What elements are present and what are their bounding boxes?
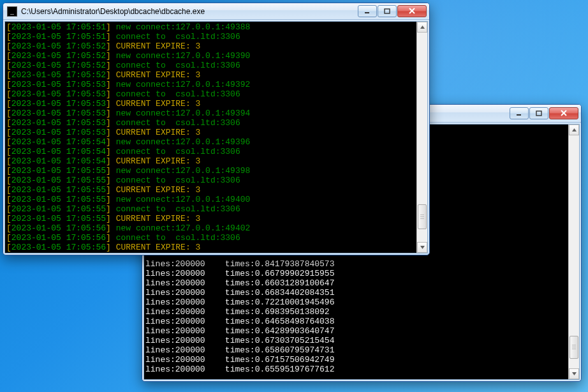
log-line: [	[6, 61, 11, 70]
chevron-up-icon	[420, 24, 425, 30]
client-area: [2023-01-05 17:05:51] new connect:127.0.…	[4, 21, 428, 253]
log-line: [	[6, 156, 11, 166]
minimize-icon	[364, 8, 371, 15]
scroll-down-button[interactable]	[417, 242, 427, 253]
close-icon	[409, 8, 416, 15]
log-line: [	[6, 70, 11, 80]
scroll-up-button[interactable]	[569, 124, 579, 135]
bench-line: lines:200000 times:0.65860795974731	[145, 345, 334, 355]
log-line: [	[6, 147, 11, 156]
scroll-up-button[interactable]	[417, 22, 427, 33]
log-line: [	[6, 128, 11, 137]
svg-marker-11	[420, 246, 425, 249]
log-line: [	[6, 233, 11, 243]
svg-rect-7	[385, 9, 390, 13]
log-line: [	[6, 195, 11, 204]
log-line: [	[6, 41, 11, 51]
bench-line: lines:200000 times:0.66799902915955	[145, 269, 334, 278]
scroll-thumb[interactable]	[418, 204, 427, 229]
svg-marker-4	[572, 128, 577, 132]
log-line: [	[6, 185, 11, 195]
log-line: [	[6, 214, 11, 223]
console-window-front[interactable]: _ C:\Users\Administrator\Desktop\dbcache…	[3, 3, 430, 255]
window-title: C:\Users\Administrator\Desktop\dbcache\d…	[21, 7, 358, 16]
minimize-button[interactable]	[358, 5, 377, 17]
scroll-track[interactable]	[569, 135, 579, 368]
window-controls	[358, 5, 427, 17]
vertical-scrollbar[interactable]	[416, 22, 427, 253]
minimize-button[interactable]	[510, 107, 529, 119]
log-line: [	[6, 118, 11, 128]
log-line: [	[6, 137, 11, 147]
log-line: [	[6, 80, 11, 89]
chevron-up-icon	[571, 127, 577, 133]
log-line: [	[6, 51, 11, 61]
log-line: [	[6, 166, 11, 176]
bench-line: lines:200000 times:0.67157506942749	[145, 355, 334, 365]
bench-line: lines:200000 times:0.66834402084351	[145, 288, 334, 298]
chevron-down-icon	[571, 371, 577, 377]
close-button[interactable]	[397, 5, 427, 17]
scroll-thumb[interactable]	[570, 336, 578, 359]
titlebar[interactable]: _ C:\Users\Administrator\Desktop\dbcache…	[3, 3, 429, 20]
bench-line: lines:200000 times:0.66031289100647	[145, 278, 334, 288]
log-line: [	[6, 204, 11, 214]
vertical-scrollbar[interactable]	[568, 124, 579, 379]
maximize-icon	[536, 110, 542, 117]
log-line: [	[6, 99, 11, 109]
log-line: [	[6, 243, 11, 252]
maximize-button[interactable]	[529, 107, 548, 119]
maximize-button[interactable]	[378, 5, 397, 17]
close-icon	[561, 110, 568, 117]
scroll-track[interactable]	[417, 33, 427, 242]
chevron-down-icon	[420, 245, 425, 250]
minimize-icon	[516, 110, 522, 117]
bench-line: lines:200000 times:0.67303705215454	[145, 336, 334, 345]
svg-rect-1	[536, 111, 541, 116]
log-line: [	[6, 176, 11, 185]
log-line: [	[6, 22, 11, 32]
maximize-icon	[384, 8, 390, 15]
scroll-down-button[interactable]	[569, 368, 579, 379]
close-button[interactable]	[549, 107, 578, 119]
bench-line: lines:200000 times:0.72210001945496	[145, 298, 334, 307]
log-line: [	[6, 109, 11, 118]
window-controls	[510, 107, 578, 119]
bench-line: lines:200000 times:0.6983950138092	[145, 307, 330, 317]
bench-line: lines:200000 times:0.64658498764038	[145, 317, 334, 326]
bench-line: lines:200000 times:0.65595197677612	[145, 365, 334, 374]
log-line: [	[6, 89, 11, 99]
bench-line: lines:200000 times:0.64289903640747	[145, 326, 334, 336]
svg-marker-5	[572, 372, 577, 375]
svg-marker-10	[420, 26, 425, 29]
log-line: [	[6, 32, 11, 41]
app-icon: _	[7, 6, 17, 17]
console-output[interactable]: [2023-01-05 17:05:51] new connect:127.0.…	[5, 22, 416, 253]
bench-line: lines:200000 times:0.84179387840573	[145, 259, 334, 269]
log-line: [	[6, 223, 11, 233]
